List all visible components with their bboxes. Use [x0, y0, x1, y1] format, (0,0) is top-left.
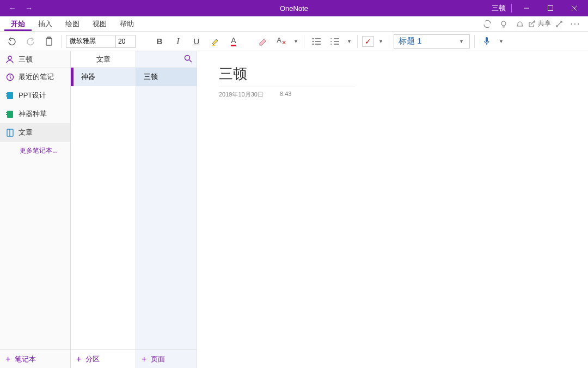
- svg-point-12: [313, 43, 314, 45]
- font-selector[interactable]: [66, 35, 136, 48]
- font-name-input[interactable]: [66, 35, 115, 47]
- tab-insert[interactable]: 插入: [32, 17, 59, 31]
- tab-view[interactable]: 视图: [86, 17, 113, 31]
- bullet-list-button[interactable]: [309, 34, 324, 49]
- add-page-button[interactable]: + 页面: [136, 349, 197, 368]
- svg-point-34: [185, 55, 190, 60]
- svg-point-4: [501, 21, 506, 26]
- svg-rect-29: [7, 111, 13, 118]
- add-page-label: 页面: [151, 354, 165, 364]
- notebook-icon: [5, 91, 14, 100]
- notebook-icon: [5, 128, 14, 137]
- clear-format-button[interactable]: [255, 34, 271, 49]
- dictate-dropdown-icon[interactable]: ▾: [498, 38, 505, 44]
- svg-rect-22: [486, 37, 488, 42]
- underline-button[interactable]: U: [189, 34, 204, 49]
- number-list-button[interactable]: [327, 34, 342, 49]
- style-label: 标题 1: [399, 36, 422, 46]
- svg-rect-7: [46, 38, 52, 45]
- svg-rect-27: [6, 93, 8, 94]
- clock-icon: [5, 73, 14, 81]
- share-button[interactable]: 共享: [528, 16, 551, 32]
- app-title: OneNote: [280, 4, 308, 13]
- sidebar-item-tools[interactable]: 神器种草: [0, 105, 70, 123]
- plus-icon: +: [76, 354, 81, 364]
- add-notebook-label: 笔记本: [15, 354, 36, 364]
- sidebar-item-recent[interactable]: 最近的笔记: [0, 68, 70, 86]
- bold-button[interactable]: B: [152, 34, 167, 49]
- page-list: 三顿 + 页面: [136, 51, 197, 368]
- search-icon[interactable]: [184, 55, 192, 64]
- svg-rect-26: [7, 92, 13, 99]
- dictate-button[interactable]: [479, 34, 494, 49]
- divider: [511, 4, 512, 13]
- undo-button[interactable]: [4, 34, 20, 49]
- notebook-sidebar: 三顿 最近的笔记 PPT设计 神器种草 文章 更多笔记本...: [0, 51, 71, 368]
- svg-point-11: [313, 40, 314, 42]
- title-bar: ← → OneNote 三顿: [0, 0, 588, 16]
- svg-rect-28: [6, 95, 8, 96]
- ribbon: B I U A A✕ ▾ ▾ ▾ 标题 1 ▾ ▾: [0, 32, 588, 51]
- nav-forward-icon[interactable]: →: [25, 4, 33, 13]
- window-maximize-button[interactable]: [541, 0, 560, 16]
- format-dropdown-icon[interactable]: ▾: [292, 38, 299, 44]
- more-icon[interactable]: ···: [567, 16, 584, 32]
- list-dropdown-icon[interactable]: ▾: [346, 38, 353, 44]
- section-header: 文章: [71, 51, 136, 68]
- account-name[interactable]: 三顿: [492, 3, 506, 13]
- user-label: 三顿: [19, 55, 33, 64]
- nav-back-icon[interactable]: ←: [9, 4, 16, 13]
- editor-canvas[interactable]: 三顿 2019年10月30日 8:43: [197, 51, 588, 368]
- format-painter-button[interactable]: A✕: [274, 34, 289, 49]
- add-notebook-button[interactable]: + 笔记本: [0, 349, 70, 368]
- sidebar-item-label: 文章: [19, 128, 33, 137]
- page-time: 8:43: [280, 91, 291, 99]
- bell-icon[interactable]: [512, 16, 528, 32]
- svg-rect-30: [6, 112, 8, 113]
- plus-icon: +: [142, 354, 146, 364]
- svg-point-24: [8, 56, 11, 59]
- font-color-button[interactable]: A: [226, 34, 241, 49]
- clipboard-button[interactable]: [41, 34, 57, 49]
- fullscreen-icon[interactable]: [551, 16, 567, 32]
- menu-bar: 开始 插入 绘图 视图 帮助 共享 ···: [0, 16, 588, 32]
- style-selector[interactable]: 标题 1 ▾: [394, 34, 470, 49]
- lightbulb-icon[interactable]: [495, 16, 512, 32]
- svg-point-10: [313, 38, 314, 39]
- page-tab-label: 三顿: [144, 72, 158, 82]
- more-notebooks-link[interactable]: 更多笔记本...: [0, 142, 70, 160]
- sidebar-item-ppt[interactable]: PPT设计: [0, 86, 70, 105]
- share-label: 共享: [538, 19, 551, 28]
- tab-help[interactable]: 帮助: [113, 17, 140, 31]
- plus-icon: +: [5, 354, 10, 364]
- svg-line-35: [189, 60, 192, 62]
- notebook-icon: [5, 110, 14, 118]
- highlight-button[interactable]: [207, 34, 223, 49]
- section-tab[interactable]: 神器: [71, 68, 136, 86]
- svg-rect-1: [548, 6, 553, 11]
- sidebar-item-label: 最近的笔记: [19, 72, 54, 82]
- page-list-header: [136, 51, 197, 68]
- redo-button[interactable]: [23, 34, 38, 49]
- section-tab-label: 神器: [81, 72, 95, 82]
- window-close-button[interactable]: [565, 0, 584, 16]
- add-section-button[interactable]: + 分区: [71, 349, 136, 368]
- sidebar-item-articles[interactable]: 文章: [0, 123, 70, 142]
- user-row[interactable]: 三顿: [0, 51, 70, 68]
- main-area: 三顿 最近的笔记 PPT设计 神器种草 文章 更多笔记本...: [0, 51, 588, 368]
- todo-checkbox-button[interactable]: [362, 36, 374, 47]
- page-tab[interactable]: 三顿: [136, 68, 197, 86]
- page-date: 2019年10月30日: [219, 91, 264, 99]
- page-title[interactable]: 三顿: [219, 64, 355, 87]
- tab-draw[interactable]: 绘图: [59, 17, 86, 31]
- svg-rect-31: [6, 114, 8, 115]
- section-list: 文章 神器 + 分区: [71, 51, 136, 368]
- window-minimize-button[interactable]: [517, 0, 536, 16]
- tag-dropdown-icon[interactable]: ▾: [377, 38, 384, 44]
- sync-icon[interactable]: [479, 16, 495, 32]
- section-header-label: 文章: [96, 55, 111, 64]
- italic-button[interactable]: I: [170, 34, 186, 49]
- tab-home[interactable]: 开始: [4, 17, 32, 31]
- style-dropdown-icon: ▾: [458, 38, 465, 44]
- font-size-input[interactable]: [115, 35, 135, 47]
